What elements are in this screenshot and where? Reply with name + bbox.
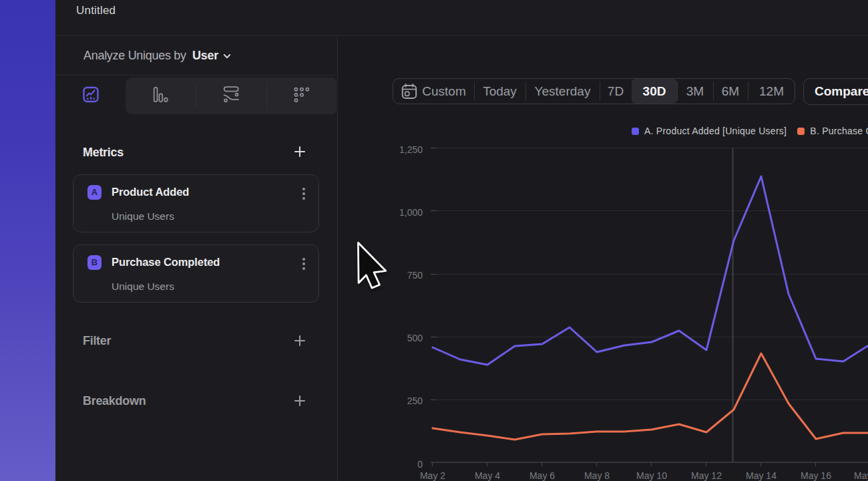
svg-text:May 2: May 2 <box>420 470 445 481</box>
svg-text:May 12: May 12 <box>691 470 722 481</box>
svg-text:May 14: May 14 <box>746 470 777 481</box>
svg-text:May 18: May 18 <box>854 470 868 481</box>
svg-text:750: 750 <box>407 270 423 281</box>
svg-text:May 4: May 4 <box>475 470 500 481</box>
svg-text:May 6: May 6 <box>529 470 555 481</box>
svg-text:1,000: 1,000 <box>399 207 423 218</box>
svg-text:May 10: May 10 <box>636 470 667 481</box>
svg-text:0: 0 <box>417 459 423 470</box>
svg-text:500: 500 <box>407 333 423 343</box>
svg-text:May 16: May 16 <box>801 470 831 481</box>
svg-text:250: 250 <box>407 395 423 406</box>
svg-text:1,250: 1,250 <box>399 144 423 155</box>
svg-text:May 8: May 8 <box>584 470 610 481</box>
